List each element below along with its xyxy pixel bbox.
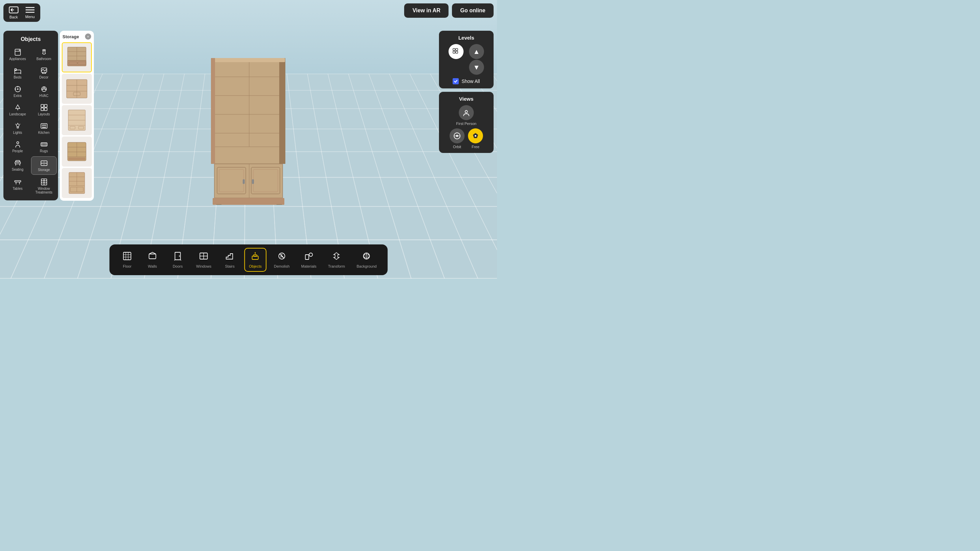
show-all-label: Show All <box>461 78 480 84</box>
svg-rect-114 <box>453 51 455 53</box>
svg-point-44 <box>17 87 18 88</box>
tool-stairs[interactable]: Stairs <box>219 248 241 271</box>
svg-point-116 <box>465 111 467 113</box>
sidebar-item-landscape[interactable]: Landscape <box>5 101 30 119</box>
sidebar-item-appliances-label: Appliances <box>9 57 26 61</box>
svg-point-42 <box>15 89 16 89</box>
storage-panel-close[interactable]: × <box>85 33 91 40</box>
svg-point-58 <box>45 124 46 126</box>
sidebar-item-lights[interactable]: Lights <box>5 119 30 137</box>
storage-items-list <box>62 42 92 198</box>
svg-point-140 <box>309 253 313 256</box>
windows-icon <box>199 251 208 263</box>
views-bottom-row: Orbit Free <box>450 128 483 149</box>
sidebar-item-bathroom[interactable]: Bathroom <box>31 46 57 64</box>
tool-windows[interactable]: Windows <box>192 248 216 271</box>
svg-rect-20 <box>211 58 215 164</box>
stairs-label: Stairs <box>225 264 234 268</box>
levels-controls: ▲ <box>444 44 488 59</box>
show-all-row: Show All <box>444 78 488 84</box>
tool-objects[interactable]: Objects <box>244 248 266 272</box>
sidebar-item-tables[interactable]: Tables <box>5 175 30 197</box>
tool-background[interactable]: Background <box>353 248 381 271</box>
sidebar-item-appliances[interactable]: Appliances <box>5 46 30 64</box>
svg-point-120 <box>475 135 477 137</box>
sidebar-item-decor[interactable]: Decor <box>31 64 57 82</box>
svg-rect-133 <box>254 255 257 256</box>
view-orbit[interactable]: Orbit <box>450 128 465 149</box>
sidebar-item-extra-label: Extra <box>14 94 22 98</box>
storage-item-4[interactable] <box>62 137 92 167</box>
level-up-button[interactable]: ▲ <box>469 44 484 59</box>
levels-panel: Levels ▲ ▼ Show All <box>439 31 493 88</box>
storage-item-1[interactable] <box>62 42 92 72</box>
sidebar-item-hvac[interactable]: HVAC <box>31 83 57 100</box>
tool-demolish[interactable]: Demolish <box>270 248 294 271</box>
menu-button[interactable]: Menu <box>25 6 35 19</box>
sidebar-item-lights-label: Lights <box>13 131 22 134</box>
first-person-label: First Person <box>456 121 476 126</box>
tool-materials[interactable]: Materials <box>297 248 321 271</box>
back-label: Back <box>10 15 18 19</box>
storage-item-5[interactable] <box>62 168 92 198</box>
free-icon <box>468 128 483 143</box>
svg-rect-139 <box>305 255 309 260</box>
svg-point-52 <box>16 124 19 127</box>
svg-rect-18 <box>277 204 282 205</box>
view-first-person[interactable]: First Person <box>456 105 476 126</box>
svg-rect-17 <box>216 204 221 205</box>
sidebar-item-storage[interactable]: Storage <box>31 156 57 175</box>
floor-icon <box>123 251 132 263</box>
views-panel: Views First Person <box>439 92 493 153</box>
demolish-label: Demolish <box>274 264 290 268</box>
transform-label: Transform <box>328 264 345 268</box>
sidebar-item-layouts[interactable]: Layouts <box>31 101 57 119</box>
level-down-button[interactable]: ▼ <box>469 60 484 75</box>
levels-down-row: ▼ <box>444 60 488 75</box>
storage-item-3[interactable] <box>62 105 92 135</box>
sidebar-item-window-treatments-label: Window Treatments <box>32 187 55 194</box>
svg-rect-113 <box>456 48 458 51</box>
sidebar-item-seating[interactable]: Seating <box>5 156 30 175</box>
tool-floor[interactable]: Floor <box>116 248 138 271</box>
view-free[interactable]: Free <box>468 128 483 149</box>
svg-rect-112 <box>453 48 455 51</box>
sidebar-item-kitchen[interactable]: Kitchen <box>31 119 57 137</box>
walls-icon <box>148 251 158 263</box>
sidebar-item-people[interactable]: People <box>5 138 30 156</box>
svg-rect-51 <box>45 108 47 111</box>
svg-point-29 <box>44 49 45 51</box>
sidebar-item-rugs[interactable]: Rugs <box>31 138 57 156</box>
svg-rect-49 <box>45 105 47 107</box>
levels-grid-button[interactable] <box>449 44 463 59</box>
sidebar-item-extra[interactable]: Extra <box>5 83 30 100</box>
storage-item-2[interactable] <box>62 74 92 104</box>
sidebar-item-tables-label: Tables <box>13 187 22 191</box>
back-menu-panel: Back Menu <box>3 3 40 22</box>
views-grid: First Person Orbit <box>444 105 488 149</box>
levels-panel-title: Levels <box>444 35 488 41</box>
view-in-ar-button[interactable]: View in AR <box>404 3 449 18</box>
show-all-checkbox[interactable] <box>453 78 459 84</box>
go-online-button[interactable]: Go online <box>452 3 493 18</box>
sidebar-item-seating-label: Seating <box>12 168 24 171</box>
svg-point-57 <box>42 124 44 126</box>
background-label: Background <box>357 264 377 268</box>
views-panel-title: Views <box>444 96 488 102</box>
svg-rect-50 <box>41 108 44 111</box>
tool-transform[interactable]: Transform <box>324 248 349 271</box>
svg-rect-115 <box>456 51 458 53</box>
tool-walls[interactable]: Walls <box>142 248 164 271</box>
walls-label: Walls <box>148 264 157 268</box>
sidebar-item-beds[interactable]: Beds <box>5 64 30 82</box>
sidebar-item-kitchen-label: Kitchen <box>38 131 49 134</box>
demolish-icon <box>277 251 286 263</box>
sidebar-item-window-treatments[interactable]: Window Treatments <box>31 175 57 197</box>
svg-rect-15 <box>252 179 254 184</box>
tool-doors[interactable]: Doors <box>167 248 189 271</box>
back-button[interactable]: Back <box>9 6 18 19</box>
top-bar: Back Menu <box>3 3 40 22</box>
furniture-object[interactable] <box>211 58 286 205</box>
svg-point-135 <box>255 252 256 253</box>
svg-rect-126 <box>149 254 156 259</box>
